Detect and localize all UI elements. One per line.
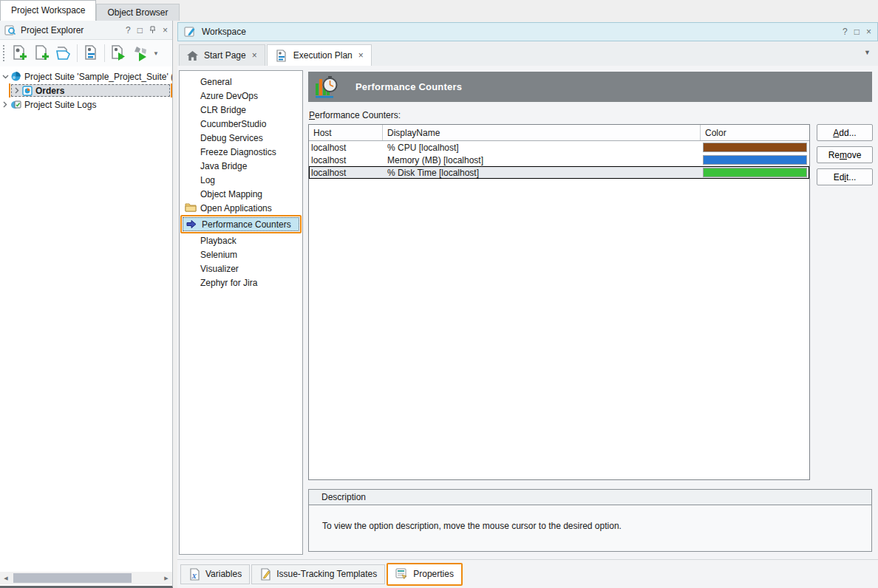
edit-button[interactable]: Edit... xyxy=(817,168,873,185)
label-pre: Re xyxy=(828,150,840,160)
add-new-item-button[interactable] xyxy=(30,42,52,64)
tree-item-project-suite[interactable]: Project Suite 'Sample_Project_Suite' (1 … xyxy=(0,69,172,83)
add-project-suite-button[interactable] xyxy=(8,42,30,64)
settings-item-java-bridge[interactable]: Java Bridge xyxy=(180,159,302,173)
cell-color xyxy=(701,141,809,154)
workspace-tab-strip: Start Page × Execution Plan × ▼ xyxy=(177,41,878,66)
bottom-tab-bar: x Variables Issue-Tracking Templates Pro… xyxy=(177,559,878,588)
toolbar-grip[interactable] xyxy=(3,45,5,61)
settings-item-azure-devops[interactable]: Azure DevOps xyxy=(180,89,302,103)
run-project-button[interactable] xyxy=(107,42,129,64)
mnemonic: P xyxy=(309,110,315,120)
remove-button[interactable]: Remove xyxy=(817,146,873,163)
project-explorer-icon xyxy=(4,24,16,36)
help-button[interactable]: ? xyxy=(126,26,131,35)
settings-item-general[interactable]: General xyxy=(180,75,302,89)
settings-item-performance-counters[interactable]: Performance Counters xyxy=(183,217,299,231)
maximize-button[interactable]: □ xyxy=(137,26,143,35)
color-swatch-disk xyxy=(703,168,807,177)
settings-item-freeze-diagnostics[interactable]: Freeze Diagnostics xyxy=(180,145,302,159)
tab-project-workspace[interactable]: Project Workspace xyxy=(0,0,96,21)
pin-icon[interactable] xyxy=(149,26,156,34)
tab-label: Variables xyxy=(205,569,242,579)
settings-item-label: General xyxy=(200,77,232,87)
settings-item-label: Selenium xyxy=(200,250,237,260)
horizontal-scrollbar[interactable]: ◀ ▶ xyxy=(0,572,172,584)
settings-item-selenium[interactable]: Selenium xyxy=(180,247,302,261)
maximize-button[interactable]: □ xyxy=(854,27,860,36)
chevron-right-icon[interactable] xyxy=(12,87,22,94)
run-project-suite-button[interactable] xyxy=(129,42,152,64)
tab-object-browser[interactable]: Object Browser xyxy=(96,4,179,21)
counters-table-header[interactable]: Host DisplayName Color xyxy=(309,125,809,141)
cell-host: localhost xyxy=(309,168,383,178)
tab-label: Start Page xyxy=(204,50,246,61)
tab-start-page[interactable]: Start Page × xyxy=(179,44,265,66)
table-actions: Add... Remove Edit... xyxy=(817,124,873,191)
table-row-disk-time[interactable]: localhost % Disk Time [localhost] xyxy=(309,166,809,179)
settings-item-object-mapping[interactable]: Object Mapping xyxy=(180,187,302,201)
tree-item-project-suite-logs[interactable]: Project Suite Logs xyxy=(0,98,172,112)
toolbar-separator xyxy=(77,44,78,62)
color-swatch-cpu xyxy=(703,143,807,152)
settings-item-log[interactable]: Log xyxy=(180,173,302,187)
settings-item-label: Visualizer xyxy=(200,264,239,274)
label-pre: Ed xyxy=(834,172,845,182)
add-button[interactable]: Add... xyxy=(817,124,873,141)
column-header-host[interactable]: Host xyxy=(309,125,383,140)
settings-item-debug-services[interactable]: Debug Services xyxy=(180,131,302,145)
settings-item-label: CucumberStudio xyxy=(200,119,266,129)
tree-item-orders-selected[interactable]: Orders xyxy=(11,84,170,97)
tab-properties[interactable]: Properties xyxy=(387,563,463,586)
tree-item-orders[interactable]: Orders xyxy=(0,83,172,98)
column-header-color[interactable]: Color xyxy=(701,125,809,140)
workspace-icon xyxy=(184,26,196,38)
scroll-right-icon[interactable]: ▶ xyxy=(160,575,172,581)
close-tab-icon[interactable]: × xyxy=(252,50,257,61)
organize-items-button[interactable] xyxy=(80,42,102,64)
table-row-cpu[interactable]: localhost % CPU [localhost] xyxy=(309,141,809,154)
issue-tracking-icon xyxy=(259,568,271,581)
application-window: Project Workspace Object Browser Project… xyxy=(0,0,878,588)
tab-label: Execution Plan xyxy=(293,50,353,61)
tab-list-dropdown-icon[interactable]: ▼ xyxy=(864,49,871,56)
project-explorer-title: Project Explorer xyxy=(21,25,119,35)
tab-issue-tracking-templates[interactable]: Issue-Tracking Templates xyxy=(251,564,385,584)
close-tab-icon[interactable]: × xyxy=(358,50,364,61)
toolbar-dropdown-icon[interactable]: ▼ xyxy=(153,50,159,57)
chevron-down-icon[interactable] xyxy=(0,75,10,79)
properties-icon xyxy=(395,568,408,580)
help-button[interactable]: ? xyxy=(843,27,848,36)
scroll-left-icon[interactable]: ◀ xyxy=(0,575,12,581)
label-rest: erformance Counters: xyxy=(315,110,401,120)
settings-item-visualizer[interactable]: Visualizer xyxy=(180,261,302,276)
table-row-memory[interactable]: localhost Memory (MB) [localhost] xyxy=(309,154,809,166)
settings-item-label: Zephyr for Jira xyxy=(200,278,257,288)
performance-counters-page: Performance Counters Performance Counter… xyxy=(308,66,878,559)
description-panel: Description To view the option descripti… xyxy=(308,489,872,552)
settings-item-zephyr-for-jira[interactable]: Zephyr for Jira xyxy=(180,276,302,290)
cell-displayname: % Disk Time [localhost] xyxy=(383,168,701,178)
settings-item-clr-bridge[interactable]: CLR Bridge xyxy=(180,103,302,117)
tab-execution-plan[interactable]: Execution Plan × xyxy=(267,44,372,66)
scrollbar-track[interactable] xyxy=(12,573,160,583)
chevron-right-icon[interactable] xyxy=(0,101,10,108)
counters-list-label: Performance Counters: xyxy=(309,110,878,120)
settings-nav-panel: General Azure DevOps CLR Bridge Cucumber… xyxy=(179,70,303,555)
description-header: Description xyxy=(308,489,872,505)
open-file-button[interactable] xyxy=(52,42,75,64)
counters-table[interactable]: Host DisplayName Color localhost % CPU [… xyxy=(308,124,810,480)
settings-item-cucumberstudio[interactable]: CucumberStudio xyxy=(180,117,302,131)
close-button[interactable]: × xyxy=(866,27,871,36)
close-button[interactable]: × xyxy=(163,26,168,35)
tab-variables[interactable]: x Variables xyxy=(180,564,250,584)
tree-item-label: Orders xyxy=(35,86,64,96)
settings-item-open-applications[interactable]: Open Applications xyxy=(180,201,302,215)
tab-label: Properties xyxy=(413,569,454,579)
settings-item-label: Azure DevOps xyxy=(200,91,258,101)
column-header-displayname[interactable]: DisplayName xyxy=(383,125,701,140)
cell-displayname: % CPU [localhost] xyxy=(383,143,701,153)
settings-item-playback[interactable]: Playback xyxy=(180,233,302,247)
settings-item-label: Log xyxy=(200,175,215,185)
scrollbar-thumb[interactable] xyxy=(13,573,132,583)
